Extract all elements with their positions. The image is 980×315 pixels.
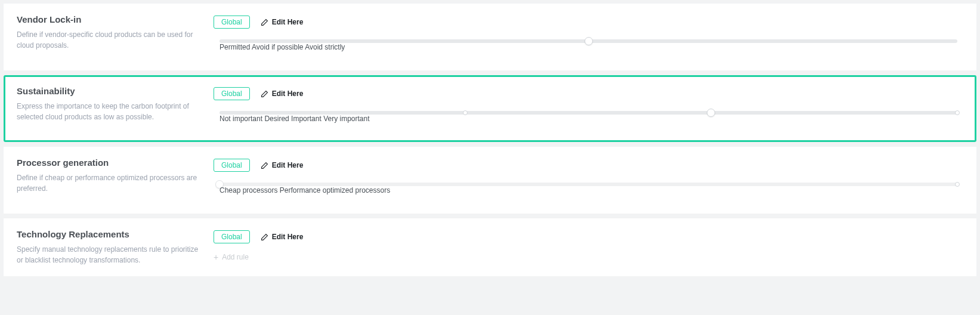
scope-badge[interactable]: Global (214, 16, 250, 29)
slider-label: Desired (264, 115, 289, 123)
slider-label: Very important (323, 115, 369, 123)
edit-here-link[interactable]: Edit Here (261, 233, 304, 241)
edit-here-label: Edit Here (272, 89, 304, 98)
panel-title: Vendor Lock-in (17, 14, 202, 24)
edit-here-link[interactable]: Edit Here (261, 89, 304, 98)
edit-here-label: Edit Here (272, 18, 304, 26)
slider-label: Permitted (220, 43, 250, 51)
panel-right: Global Edit Here Cheap processors Perfor… (214, 158, 963, 203)
panel-vendor-lockin: Vendor Lock-in Define if vendor-specific… (4, 4, 976, 70)
plus-icon: + (214, 253, 218, 261)
pencil-icon (261, 162, 268, 169)
scope-badge[interactable]: Global (214, 159, 250, 172)
panel-description: Specify manual technology replacements r… (17, 244, 202, 265)
add-rule-button[interactable]: + Add rule (214, 253, 249, 261)
edit-here-link[interactable]: Edit Here (261, 161, 304, 169)
panel-right: Global Edit Here Not important Desired I… (214, 86, 963, 131)
pencil-icon (261, 18, 268, 26)
panel-description: Express the importance to keep the carbo… (17, 101, 202, 122)
panel-left: Technology Replacements Specify manual t… (17, 229, 214, 265)
edit-here-label: Edit Here (272, 233, 304, 241)
slider-label: Not important (220, 115, 262, 123)
panel-technology-replacements: Technology Replacements Specify manual t… (4, 218, 976, 276)
slider-processor[interactable]: Cheap processors Performance optimized p… (214, 183, 963, 203)
slider-label: Avoid strictly (305, 43, 345, 51)
panel-left: Sustainability Express the importance to… (17, 86, 214, 131)
slider-vendor[interactable]: Permitted Avoid if possible Avoid strict… (214, 39, 963, 60)
slider-label: Important (291, 115, 321, 123)
panel-title: Processor generation (17, 158, 202, 168)
edit-here-link[interactable]: Edit Here (261, 18, 304, 26)
slider-label: Performance optimized processors (280, 186, 390, 194)
panel-right: Global Edit Here + Add rule (214, 229, 963, 265)
slider-label: Cheap processors (220, 186, 277, 194)
slider-sustainability[interactable]: Not important Desired Important Very imp… (214, 111, 963, 131)
panel-sustainability: Sustainability Express the importance to… (4, 75, 976, 142)
pencil-icon (261, 90, 268, 98)
panel-description: Define if vendor-specific cloud products… (17, 29, 202, 51)
pencil-icon (261, 233, 268, 241)
slider-label: Avoid if possible (252, 43, 304, 51)
add-rule-label: Add rule (222, 253, 249, 261)
panel-description: Define if cheap or performance optimized… (17, 172, 202, 194)
panel-title: Technology Replacements (17, 229, 202, 239)
panel-title: Sustainability (17, 86, 202, 96)
panel-left: Vendor Lock-in Define if vendor-specific… (17, 14, 214, 60)
panel-processor-generation: Processor generation Define if cheap or … (4, 147, 976, 214)
panel-left: Processor generation Define if cheap or … (17, 158, 214, 203)
edit-here-label: Edit Here (272, 161, 304, 169)
scope-badge[interactable]: Global (214, 230, 250, 243)
panel-right: Global Edit Here Permitted Avoid if poss… (214, 14, 963, 60)
scope-badge[interactable]: Global (214, 87, 250, 100)
